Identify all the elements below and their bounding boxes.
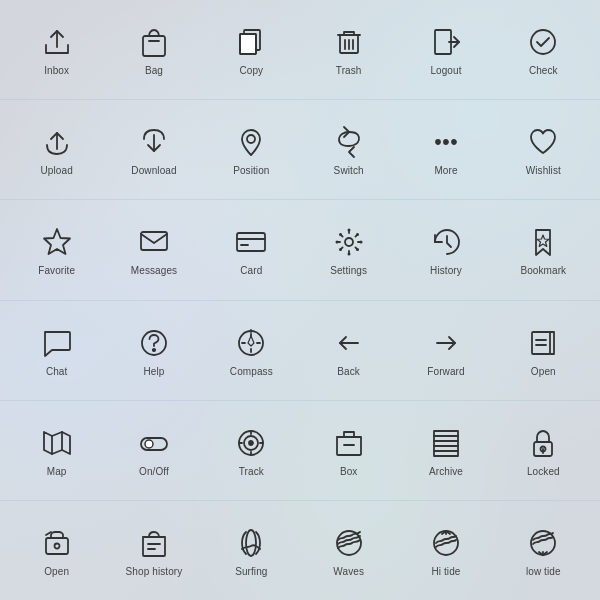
locked-icon [524, 424, 562, 462]
inbox-cell[interactable]: Inbox [8, 23, 105, 76]
download-cell[interactable]: Download [105, 123, 202, 176]
copy-icon [232, 23, 270, 61]
open-cell[interactable]: Open [495, 324, 592, 377]
trash-label: Trash [336, 65, 362, 76]
back-label: Back [337, 366, 360, 377]
onoff-cell[interactable]: On/Off [105, 424, 202, 477]
messages-cell[interactable]: Messages [105, 223, 202, 276]
svg-point-18 [444, 140, 448, 144]
compass-icon [232, 324, 270, 362]
compass-label: Compass [230, 366, 273, 377]
favorite-label: Favorite [38, 265, 75, 276]
help-cell[interactable]: Help [105, 324, 202, 377]
row-1: Inbox Bag Copy [0, 0, 600, 100]
favorite-icon [38, 223, 76, 261]
logout-cell[interactable]: Logout [397, 23, 494, 76]
switch-label: Switch [334, 165, 364, 176]
svg-point-71 [246, 530, 256, 556]
forward-label: Forward [427, 366, 464, 377]
more-cell[interactable]: More [397, 123, 494, 176]
inbox-icon [38, 23, 76, 61]
bag-cell[interactable]: Bag [105, 23, 202, 76]
surfing-cell[interactable]: Surfing [203, 524, 300, 577]
low-tide-icon [524, 524, 562, 562]
svg-marker-26 [537, 235, 549, 247]
position-icon [232, 123, 270, 161]
svg-rect-65 [46, 538, 68, 554]
check-cell[interactable]: Check [495, 23, 592, 76]
svg-rect-1 [143, 36, 165, 56]
archive-cell[interactable]: Archive [397, 424, 494, 477]
map-label: Map [47, 466, 67, 477]
bag-label: Bag [145, 65, 163, 76]
hi-tide-cell[interactable]: Hi tide [397, 524, 494, 577]
wishlist-cell[interactable]: Wishlist [495, 123, 592, 176]
waves-label: Waves [333, 566, 364, 577]
chat-cell[interactable]: Chat [8, 324, 105, 377]
locked-label: Locked [527, 466, 560, 477]
svg-rect-55 [344, 432, 354, 437]
row-5: Map On/Off Track [0, 401, 600, 501]
svg-point-16 [247, 135, 255, 143]
shop-history-cell[interactable]: Shop history [105, 524, 202, 577]
upload-icon [38, 123, 76, 161]
position-cell[interactable]: Position [203, 123, 300, 176]
copy-label: Copy [239, 65, 263, 76]
open2-cell[interactable]: Open [8, 524, 105, 577]
trash-cell[interactable]: Trash [300, 23, 397, 76]
low-tide-cell[interactable]: low tide [495, 524, 592, 577]
box-cell[interactable]: Box [300, 424, 397, 477]
position-label: Position [233, 165, 269, 176]
bookmark-cell[interactable]: Bookmark [495, 223, 592, 276]
svg-rect-4 [240, 34, 256, 54]
help-label: Help [144, 366, 165, 377]
compass-cell[interactable]: Compass [203, 324, 300, 377]
download-label: Download [131, 165, 176, 176]
box-icon [330, 424, 368, 462]
map-cell[interactable]: Map [8, 424, 105, 477]
card-label: Card [240, 265, 262, 276]
svg-rect-38 [532, 332, 550, 354]
row-6: Open Shop history Surfing [0, 501, 600, 600]
track-cell[interactable]: Track [203, 424, 300, 477]
card-cell[interactable]: Card [203, 223, 300, 276]
history-cell[interactable]: History [397, 223, 494, 276]
favorite-cell[interactable]: Favorite [8, 223, 105, 276]
archive-label: Archive [429, 466, 463, 477]
surfing-icon [232, 524, 270, 562]
hi-tide-icon [427, 524, 465, 562]
svg-rect-61 [434, 451, 458, 456]
copy-cell[interactable]: Copy [203, 23, 300, 76]
svg-point-13 [531, 30, 555, 54]
row-2: Upload Download Position Swit [0, 100, 600, 200]
box-label: Box [340, 466, 358, 477]
upload-cell[interactable]: Upload [8, 123, 105, 176]
bag-icon [135, 23, 173, 61]
wishlist-icon [524, 123, 562, 161]
chat-label: Chat [46, 366, 68, 377]
open2-icon [38, 524, 76, 562]
logout-label: Logout [430, 65, 461, 76]
svg-marker-34 [248, 336, 254, 346]
svg-marker-41 [44, 432, 70, 454]
svg-point-17 [436, 140, 440, 144]
hi-tide-label: Hi tide [431, 566, 460, 577]
settings-cell[interactable]: Settings [300, 223, 397, 276]
logout-icon [427, 23, 465, 61]
forward-cell[interactable]: Forward [397, 324, 494, 377]
upload-label: Upload [41, 165, 73, 176]
trash-icon [330, 23, 368, 61]
svg-rect-68 [143, 537, 165, 556]
svg-point-66 [54, 543, 59, 548]
open-icon [524, 324, 562, 362]
waves-cell[interactable]: Waves [300, 524, 397, 577]
switch-icon [330, 123, 368, 161]
locked-cell[interactable]: Locked [495, 424, 592, 477]
waves-icon [330, 524, 368, 562]
switch-cell[interactable]: Switch [300, 123, 397, 176]
surfing-label: Surfing [235, 566, 267, 577]
onoff-label: On/Off [139, 466, 169, 477]
row-3: Favorite Messages Card Settings [0, 200, 600, 300]
icon-grid: Inbox Bag Copy [0, 0, 600, 600]
back-cell[interactable]: Back [300, 324, 397, 377]
